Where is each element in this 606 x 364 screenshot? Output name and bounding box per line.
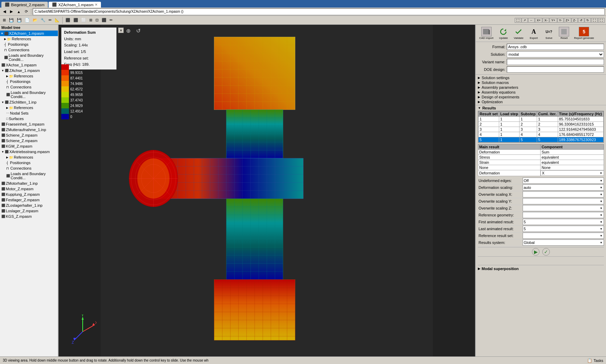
play-button[interactable]: ▶ bbox=[532, 248, 540, 256]
tree-item-references-1[interactable]: ▶ 📁 References bbox=[0, 36, 58, 42]
tree-item-kupplung[interactable]: ⬛ Kupplung_Z.mpasm bbox=[0, 192, 58, 197]
vn-left[interactable]: ← bbox=[528, 18, 535, 23]
first-animated-wrap[interactable]: 51234 ▼ bbox=[523, 219, 604, 225]
tree-item-connections-3[interactable]: ⊓ Connections bbox=[0, 165, 58, 171]
vn-zplus[interactable]: Z+ bbox=[564, 18, 571, 23]
view-tb-4[interactable]: ⊞ bbox=[88, 17, 94, 23]
vn-arrow1[interactable]: ↗ bbox=[522, 18, 528, 23]
tree-item-references-3[interactable]: ▶ 📁 References bbox=[0, 105, 58, 110]
tree-item-surfaces[interactable]: □ Surfaces bbox=[0, 116, 58, 121]
vn-rot1[interactable]: ↺ bbox=[578, 18, 584, 23]
tree-item-references-2[interactable]: ▶ 📁 References bbox=[0, 73, 58, 79]
transform-x-btn[interactable]: ⊕ bbox=[126, 28, 131, 34]
first-animated-select[interactable]: 51234 bbox=[523, 219, 604, 225]
tab-2[interactable]: ⬛ XZAchsen_1.mpasm ✕ bbox=[49, 2, 101, 8]
overwrite-y-wrap[interactable]: ▼ bbox=[523, 198, 604, 204]
view-tb-5[interactable]: ⊡ bbox=[94, 17, 100, 23]
tree-item-fraeseinheit[interactable]: ⬛ Fraeseinheit_1.mpasm bbox=[0, 121, 58, 127]
result-row-2[interactable]: 2 1 2 2 96.33084162331015 bbox=[479, 122, 604, 127]
cad-import-btn[interactable]: CAD import bbox=[477, 26, 495, 41]
vn-yplus[interactable]: Y+ bbox=[549, 18, 557, 23]
tree-item-zschlitten[interactable]: ▼ ⬛ ZSchlitten_1.inp bbox=[0, 99, 58, 105]
main-result-row-1[interactable]: Deformation Sum bbox=[478, 150, 604, 155]
tree-item-positionings-3[interactable]: ┤ Positionings bbox=[0, 160, 58, 165]
nav-refresh[interactable]: ⟳ bbox=[23, 9, 30, 14]
tree-item-references-4[interactable]: ▶ 📁 References bbox=[0, 154, 58, 160]
doe-input[interactable] bbox=[507, 66, 604, 73]
tree-item-zloslager[interactable]: ⬛ ZLoslagerhalter_1.inp bbox=[0, 203, 58, 208]
results-header[interactable]: ▼ Results bbox=[478, 105, 604, 111]
update-btn[interactable]: Update bbox=[496, 26, 511, 41]
solution-select[interactable]: modal bbox=[507, 51, 604, 57]
tree-item-positionings-2[interactable]: ┤ Positionings bbox=[0, 79, 58, 84]
main-result-row-5[interactable]: Deformation X ▼ bbox=[478, 170, 604, 176]
nav-up[interactable]: ▲ bbox=[15, 9, 22, 14]
variant-input[interactable] bbox=[507, 59, 604, 65]
overlay-close-btn[interactable]: ✕ bbox=[118, 28, 124, 33]
overwrite-z-wrap[interactable]: ▼ bbox=[523, 205, 604, 211]
main-result-row-2[interactable]: Stress equivalent bbox=[478, 155, 604, 160]
nav-forward[interactable]: ▶ bbox=[8, 9, 14, 14]
tree-item-kgs[interactable]: ⬛ KGS_Z.mpasm bbox=[0, 214, 58, 219]
result-row-1[interactable]: 1 1 1 1 85.755104501833 bbox=[479, 117, 604, 122]
undeformed-select-wrap[interactable]: OffOn ▼ bbox=[523, 178, 604, 184]
transform-rotate-btn[interactable]: ↺ bbox=[136, 28, 141, 34]
tree-tb-1[interactable]: ⊞ bbox=[1, 17, 7, 23]
tree-item-xantrieb[interactable]: ▼ ⬛ XAntriebsstrang.mpasm bbox=[0, 149, 58, 154]
tree-item-positionings-1[interactable]: ┤ Positionings bbox=[0, 42, 58, 47]
tree-item-root[interactable]: ▼ ⬛ XZAchsen_1.mpasm bbox=[0, 31, 58, 36]
reference-result-set-wrap[interactable]: ▼ bbox=[523, 233, 604, 239]
last-animated-wrap[interactable]: 51234 ▼ bbox=[523, 226, 604, 232]
results-system-select[interactable]: GlobalLocal bbox=[523, 239, 604, 246]
tree-tb-5[interactable]: 📂 bbox=[31, 17, 39, 23]
undeformed-select[interactable]: OffOn bbox=[523, 178, 604, 184]
view-tb-2[interactable]: ⬛ bbox=[72, 17, 80, 23]
view-tb-select[interactable]: ⬛ bbox=[64, 17, 72, 23]
results-system-wrap[interactable]: GlobalLocal ▼ bbox=[523, 239, 604, 246]
reference-geometry-input[interactable] bbox=[523, 212, 604, 218]
tree-item-loslager[interactable]: ⬛ Loslager_Z.mpasm bbox=[0, 208, 58, 214]
tab-1[interactable]: ⬛ Biegetest_2.mpasm bbox=[1, 2, 48, 8]
path-input-field[interactable]: C:/arbeit/MESHPARTS-Offline/StandardComp… bbox=[33, 8, 605, 15]
tree-item-nodal[interactable]: ⋯ Nodal Sets bbox=[0, 110, 58, 116]
reference-geometry-wrap[interactable]: ▼ bbox=[523, 212, 604, 218]
tree-item-motor[interactable]: ⬛ Motor_Z.mpasm bbox=[0, 186, 58, 192]
vn-yminus[interactable]: Y- bbox=[557, 18, 564, 23]
tree-item-schiene1[interactable]: ⬛ Schiene_Z.mpasm bbox=[0, 132, 58, 138]
tree-item-loads-2[interactable]: ⬛ Loads and Boundary Conditi... bbox=[0, 90, 58, 99]
vn-fit[interactable]: ⛶ bbox=[515, 18, 521, 23]
tree-tb-4[interactable]: 📄 bbox=[23, 17, 31, 23]
tree-tb-3[interactable]: 💾 bbox=[16, 17, 23, 23]
result-row-3[interactable]: 3 1 3 3 122.91646247945603 bbox=[479, 127, 604, 132]
tree-tb-8[interactable]: 📐 bbox=[53, 17, 61, 23]
tree-item-xachse[interactable]: ⬛ XAchse_1.mpasm bbox=[0, 62, 58, 68]
section-assembly-params[interactable]: ▶ Assembly parameters bbox=[478, 85, 604, 90]
section-doe[interactable]: ▶ Design of experiments bbox=[478, 95, 604, 99]
section-solution-settings[interactable]: ▶ Solution settings bbox=[478, 75, 604, 80]
vn-rot2[interactable]: ↻ bbox=[585, 18, 591, 23]
overwrite-y-input[interactable] bbox=[523, 198, 604, 204]
ok-button[interactable]: ✓ bbox=[542, 248, 550, 256]
overwrite-x-input[interactable] bbox=[523, 191, 604, 197]
vn-frame1[interactable]: ⛶ bbox=[591, 18, 598, 23]
tree-tb-2[interactable]: 💾 bbox=[8, 17, 15, 23]
tree-item-connections-2[interactable]: ⊓ Connections bbox=[0, 84, 58, 90]
tree-item-loads-1[interactable]: ⬛ Loads and Boundary Conditi... bbox=[0, 53, 58, 62]
tab2-close[interactable]: ✕ bbox=[95, 3, 97, 7]
tree-item-schiene2[interactable]: ⬛ Schiene_Z.mpasm bbox=[0, 138, 58, 143]
result-row-4[interactable]: 4 1 4 4 176.6840485517072 bbox=[479, 132, 604, 137]
export-btn[interactable]: A Export bbox=[526, 26, 541, 41]
vn-xplus[interactable]: X+ bbox=[535, 18, 542, 23]
deformation-scaling-wrap[interactable]: automanual ▼ bbox=[523, 184, 604, 191]
section-optimization[interactable]: ▶ Optimization bbox=[478, 99, 604, 104]
vn-frame2[interactable]: ⛶ bbox=[598, 18, 605, 23]
nav-back[interactable]: ◀ bbox=[1, 9, 8, 14]
main-result-row-3[interactable]: Strain equivalent bbox=[478, 160, 604, 165]
validate-btn[interactable]: Validate bbox=[511, 26, 526, 41]
main-result-row-4[interactable]: None None bbox=[478, 165, 604, 170]
view-tb-pencil[interactable]: ✏ bbox=[108, 17, 114, 23]
overwrite-x-wrap[interactable]: ▼ bbox=[523, 191, 604, 197]
solve-btn[interactable]: U=? Solve bbox=[542, 26, 556, 41]
result-row-5[interactable]: 5 1 5 5 189.33867675230923 bbox=[479, 137, 604, 142]
tree-item-zmutter[interactable]: ⬛ ZMutteraufnahme_1.inp bbox=[0, 127, 58, 132]
